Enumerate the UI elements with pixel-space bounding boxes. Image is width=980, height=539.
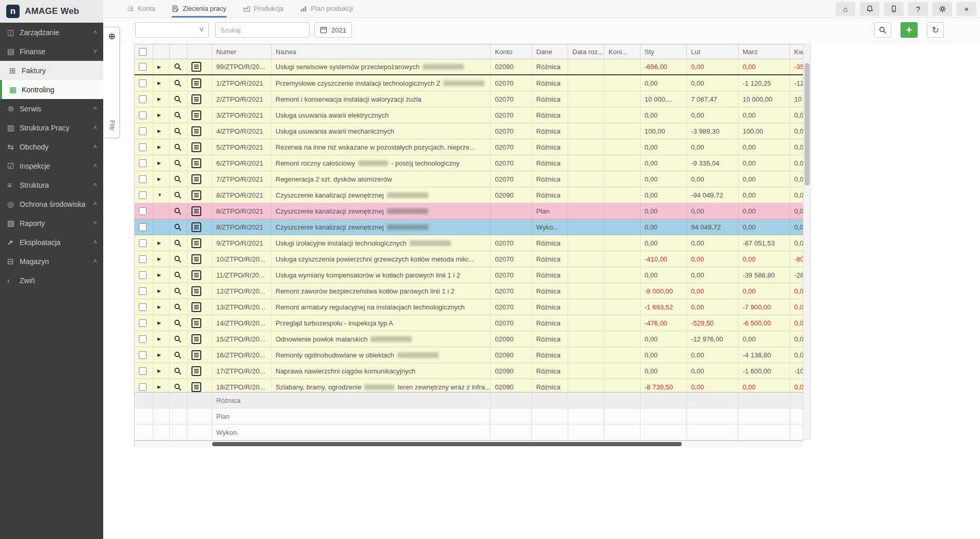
sidebar-item-maintenance[interactable]: Eksploatacja˄ bbox=[0, 233, 103, 252]
expand-row-icon[interactable]: ▶ bbox=[157, 368, 161, 373]
row-checkbox[interactable] bbox=[139, 255, 147, 263]
row-menu-icon[interactable] bbox=[191, 142, 201, 152]
magnifier-icon[interactable] bbox=[174, 95, 182, 103]
expand-row-icon[interactable]: ▶ bbox=[157, 176, 161, 182]
table-row[interactable]: ▶13/ZTPO/R/20...Remont armatury regulacy… bbox=[135, 299, 803, 315]
sidebar-item-collapse[interactable]: ‹Zwiń bbox=[0, 271, 103, 290]
table-row[interactable]: ▼8/ZTPO/R/2021Czyszczenie kanalizacji ze… bbox=[135, 187, 803, 203]
magnifier-icon[interactable] bbox=[174, 383, 182, 391]
expand-row-icon[interactable]: ▶ bbox=[157, 96, 161, 102]
magnifier-icon[interactable] bbox=[174, 63, 182, 71]
column-header-nazwa[interactable]: Nazwa bbox=[271, 44, 491, 59]
table-row[interactable]: 8/ZTPO/R/2021Czyszczenie kanalizacji zew… bbox=[135, 219, 803, 235]
magnifier-icon[interactable] bbox=[174, 303, 182, 311]
row-menu-icon[interactable] bbox=[191, 126, 201, 136]
row-checkbox[interactable] bbox=[139, 319, 147, 327]
filter-panel-tab[interactable]: ⊕ Filtr bbox=[104, 27, 120, 138]
row-checkbox[interactable] bbox=[139, 79, 147, 87]
row-menu-icon[interactable] bbox=[191, 382, 201, 392]
column-header-lut[interactable]: Lut bbox=[687, 44, 738, 59]
row-menu-icon[interactable] bbox=[191, 190, 201, 200]
row-checkbox[interactable] bbox=[139, 383, 147, 391]
row-checkbox[interactable] bbox=[139, 367, 147, 375]
collapse-row-icon[interactable]: ▼ bbox=[157, 192, 162, 198]
magnifier-icon[interactable] bbox=[174, 127, 182, 135]
table-row[interactable]: ▶4/ZTPO/R/2021Usługa usuwania awarii mec… bbox=[135, 123, 803, 139]
table-row[interactable]: ▶10/ZTPO/R/20...Usługa czyszczenia powie… bbox=[135, 251, 803, 267]
table-row[interactable]: ▶14/ZTPO/R/20...Przegląd turbozespołu - … bbox=[135, 315, 803, 331]
filter-select[interactable]: ˅ bbox=[135, 22, 209, 38]
sidebar-item-environment[interactable]: ◎Ochrona środowiska˄ bbox=[0, 194, 103, 214]
row-menu-icon[interactable] bbox=[191, 334, 201, 344]
column-header-koni[interactable]: Koni... bbox=[604, 44, 640, 59]
home-button[interactable]: ⌂ bbox=[836, 2, 855, 16]
row-menu-icon[interactable] bbox=[191, 174, 201, 184]
expand-row-icon[interactable]: ▶ bbox=[157, 304, 161, 309]
expand-row-icon[interactable]: ▶ bbox=[157, 80, 161, 86]
sidebar-item-reports[interactable]: ▧Raporty˄ bbox=[0, 214, 103, 233]
row-checkbox[interactable] bbox=[139, 143, 147, 151]
sidebar-item-inspections[interactable]: ☑Inspekcje˄ bbox=[0, 156, 103, 175]
row-checkbox[interactable] bbox=[139, 271, 147, 279]
magnifier-icon[interactable] bbox=[174, 239, 182, 247]
row-checkbox[interactable] bbox=[139, 127, 147, 135]
row-menu-icon[interactable] bbox=[191, 270, 201, 280]
sidebar-item-finance[interactable]: ▤Finanse˅ bbox=[0, 42, 103, 61]
mobile-button[interactable] bbox=[884, 2, 904, 16]
row-menu-icon[interactable] bbox=[191, 254, 201, 264]
row-menu-icon[interactable] bbox=[191, 110, 201, 120]
select-all-checkbox[interactable] bbox=[139, 48, 147, 56]
table-row[interactable]: ▶3/ZTPO/R/2021Usługa usuwania awarii ele… bbox=[135, 107, 803, 123]
column-header-sty[interactable]: Sty bbox=[640, 44, 687, 59]
row-menu-icon[interactable] bbox=[191, 286, 201, 296]
magnifier-icon[interactable] bbox=[174, 223, 182, 231]
magnifier-icon[interactable] bbox=[174, 319, 182, 327]
tab-production[interactable]: Produkcja bbox=[243, 0, 284, 18]
vertical-scrollbar-thumb[interactable] bbox=[805, 63, 810, 186]
magnifier-icon[interactable] bbox=[174, 79, 182, 87]
row-menu-icon[interactable] bbox=[191, 350, 201, 360]
magnifier-icon[interactable] bbox=[174, 143, 182, 151]
sidebar-item-work-structure[interactable]: ▥Struktura Pracy˄ bbox=[0, 118, 103, 137]
row-checkbox[interactable] bbox=[139, 191, 147, 199]
sidebar-item-service[interactable]: Serwis˄ bbox=[0, 99, 103, 118]
table-row[interactable]: ▶1/ZTPO/R/2021Przemysłowe czyszczenie in… bbox=[135, 75, 803, 91]
year-picker[interactable]: 2021 bbox=[314, 22, 352, 38]
row-menu-icon[interactable] bbox=[191, 222, 201, 232]
row-menu-icon[interactable] bbox=[191, 158, 201, 168]
add-button[interactable]: + bbox=[901, 22, 918, 38]
notifications-button[interactable] bbox=[860, 2, 879, 16]
expand-row-icon[interactable]: ▶ bbox=[157, 320, 161, 325]
row-checkbox[interactable] bbox=[139, 239, 147, 247]
table-row[interactable]: ▶11/ZTPO/R/20...Usługa wymiany kompensat… bbox=[135, 267, 803, 283]
sidebar-item-management[interactable]: ◫Zarządzanie˄ bbox=[0, 23, 103, 42]
expand-row-icon[interactable]: ▶ bbox=[157, 128, 161, 134]
magnifier-icon[interactable] bbox=[174, 271, 182, 279]
sidebar-item-warehouse[interactable]: ⊟Magazyn˄ bbox=[0, 252, 103, 271]
expand-row-icon[interactable]: ▶ bbox=[157, 256, 161, 262]
tab-accounts[interactable]: Konta bbox=[127, 0, 155, 18]
row-checkbox[interactable] bbox=[139, 303, 147, 311]
add-filter-icon[interactable]: ⊕ bbox=[108, 31, 115, 42]
row-menu-icon[interactable] bbox=[191, 206, 201, 216]
expand-row-icon[interactable]: ▶ bbox=[157, 288, 161, 293]
magnifier-icon[interactable] bbox=[174, 287, 182, 295]
magnifier-icon[interactable] bbox=[174, 351, 182, 359]
column-header-konto[interactable]: Konto bbox=[491, 44, 532, 59]
column-header-data-roz[interactable]: Data roz... bbox=[568, 44, 604, 59]
magnifier-icon[interactable] bbox=[174, 191, 182, 199]
column-header-kwi[interactable]: Kwi bbox=[790, 44, 804, 59]
table-row[interactable]: ▶9/ZTPO/R/2021Usługi izolacyjne instalac… bbox=[135, 235, 803, 251]
sidebar-item-rounds[interactable]: ⇆Obchody˄ bbox=[0, 137, 103, 156]
row-checkbox[interactable] bbox=[139, 335, 147, 343]
table-row[interactable]: ▶7/ZTPO/R/2021Regeneracja 2 szt. dysków … bbox=[135, 171, 803, 187]
table-row[interactable]: ▶2/ZTPO/R/2021Remont i konserwacja insta… bbox=[135, 91, 803, 107]
row-checkbox[interactable] bbox=[139, 159, 147, 167]
table-row[interactable]: ▶15/ZTPO/R/20...Odnowienie powłok malars… bbox=[135, 331, 803, 347]
tab-production-plan[interactable]: Plan produkcji bbox=[300, 0, 353, 18]
sidebar-item-structure[interactable]: ≡Struktura˄ bbox=[0, 175, 103, 194]
expand-row-icon[interactable]: ▶ bbox=[157, 144, 161, 150]
expand-row-icon[interactable]: ▶ bbox=[157, 112, 161, 118]
row-checkbox[interactable] bbox=[139, 287, 147, 295]
expand-row-icon[interactable]: ▶ bbox=[157, 384, 161, 389]
